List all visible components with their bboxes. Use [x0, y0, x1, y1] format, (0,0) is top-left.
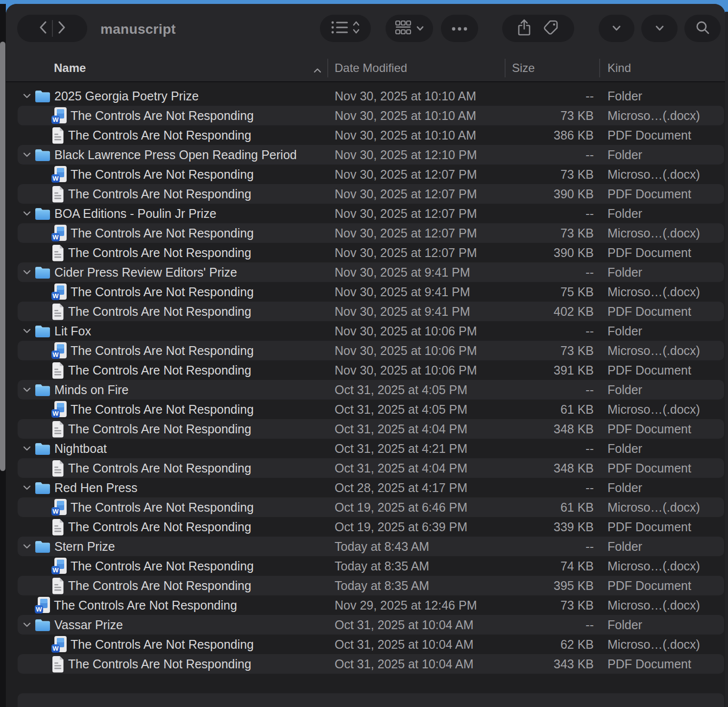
file-kind: PDF Document	[607, 576, 691, 595]
pdf-file-icon	[51, 421, 65, 438]
table-row[interactable]: Minds on Fire Oct 31, 2025 at 4:05 PM --…	[18, 380, 724, 400]
disclosure-chevron-icon[interactable]	[23, 544, 31, 549]
file-name: Vassar Prize	[54, 618, 123, 632]
file-kind: Microso…(.docx)	[607, 635, 700, 654]
file-size: 73 KB	[560, 595, 594, 615]
table-row[interactable]: Vassar Prize Oct 31, 2025 at 10:04 AM --…	[18, 615, 724, 635]
table-row[interactable]: Red Hen Press Oct 28, 2025 at 4:17 PM --…	[18, 478, 724, 497]
file-size: 74 KB	[560, 556, 594, 576]
disclosure-chevron-icon[interactable]	[23, 211, 31, 216]
file-kind: Microso…(.docx)	[607, 223, 700, 243]
table-row[interactable]: Black Lawrence Press Open Reading Period…	[18, 145, 724, 165]
table-row[interactable]: Lit Fox Nov 30, 2025 at 10:06 PM -- Fold…	[18, 321, 724, 341]
file-size: --	[585, 615, 594, 635]
table-row[interactable]: W The Controls Are Not Responding Oct 19…	[18, 497, 724, 517]
forward-button[interactable]	[58, 21, 66, 36]
table-row[interactable]: W The Controls Are Not Responding Nov 29…	[18, 595, 724, 615]
dropdown-button-2[interactable]	[641, 15, 678, 42]
table-row[interactable]: The Controls Are Not Responding Nov 30, …	[18, 360, 724, 380]
disclosure-chevron-icon[interactable]	[23, 329, 31, 333]
word-file-icon: W	[51, 636, 67, 654]
date-modified: Nov 30, 2025 at 9:41 PM	[335, 282, 470, 302]
table-row[interactable]: The Controls Are Not Responding Oct 31, …	[18, 654, 724, 674]
table-row[interactable]: BOA Editions - Poulin Jr Prize Nov 30, 2…	[18, 204, 724, 223]
disclosure-chevron-icon[interactable]	[23, 152, 31, 157]
table-row[interactable]: W The Controls Are Not Responding Oct 31…	[18, 635, 724, 654]
file-kind: Folder	[607, 86, 642, 106]
name-cell: The Controls Are Not Responding	[18, 576, 251, 595]
table-row[interactable]: W The Controls Are Not Responding Nov 30…	[18, 223, 724, 243]
file-name: The Controls Are Not Responding	[71, 637, 254, 652]
file-list: 2025 Georgia Poetry Prize Nov 30, 2025 a…	[6, 82, 725, 707]
file-size: 343 KB	[554, 654, 594, 674]
date-modified: Nov 30, 2025 at 12:07 PM	[335, 223, 477, 243]
disclosure-chevron-icon[interactable]	[23, 387, 31, 392]
file-size: --	[585, 145, 594, 165]
disclosure-chevron-icon[interactable]	[23, 270, 31, 275]
file-size: 73 KB	[560, 106, 594, 125]
file-kind: PDF Document	[607, 419, 691, 439]
disclosure-chevron-icon[interactable]	[23, 485, 31, 490]
tag-button[interactable]	[543, 20, 559, 37]
column-header-date-modified[interactable]: Date Modified	[335, 55, 407, 81]
date-modified: Nov 30, 2025 at 10:06 PM	[335, 360, 477, 380]
table-row[interactable]: W The Controls Are Not Responding Nov 30…	[18, 341, 724, 360]
file-kind: PDF Document	[607, 184, 691, 204]
table-row[interactable]: W The Controls Are Not Responding Today …	[18, 556, 724, 576]
table-row[interactable]: The Controls Are Not Responding Nov 30, …	[18, 243, 724, 262]
disclosure-chevron-icon[interactable]	[23, 622, 31, 627]
table-row[interactable]: The Controls Are Not Responding Today at…	[18, 576, 724, 595]
file-size: --	[585, 439, 594, 458]
column-header-size[interactable]: Size	[512, 55, 535, 81]
table-row[interactable]: Cider Press Review Editors' Prize Nov 30…	[18, 262, 724, 282]
table-row[interactable]: W The Controls Are Not Responding Nov 30…	[18, 165, 724, 184]
group-by-button[interactable]	[386, 15, 433, 42]
table-row[interactable]: The Controls Are Not Responding Oct 31, …	[18, 419, 724, 439]
table-row[interactable]: The Controls Are Not Responding Nov 30, …	[18, 302, 724, 321]
table-row[interactable]: W The Controls Are Not Responding Nov 30…	[18, 282, 724, 302]
file-size: 73 KB	[560, 223, 594, 243]
list-view-button[interactable]	[320, 15, 371, 42]
date-modified: Today at 8:43 AM	[335, 537, 429, 556]
table-row[interactable]: W The Controls Are Not Responding Nov 30…	[18, 106, 724, 125]
disclosure-chevron-icon[interactable]	[23, 446, 31, 451]
file-kind: PDF Document	[607, 243, 691, 262]
more-actions-button[interactable]	[441, 15, 478, 42]
file-size: --	[585, 204, 594, 223]
name-cell: Black Lawrence Press Open Reading Period	[18, 145, 297, 165]
file-name: The Controls Are Not Responding	[71, 167, 254, 182]
background-window-scrollbar[interactable]	[0, 42, 5, 471]
file-name: The Controls Are Not Responding	[68, 246, 251, 260]
table-row[interactable]: The Controls Are Not Responding Nov 30, …	[18, 125, 724, 145]
column-header-name[interactable]: Name	[54, 55, 86, 81]
search-button[interactable]	[684, 15, 721, 42]
pdf-file-icon	[51, 244, 65, 261]
table-row[interactable]: The Controls Are Not Responding Oct 19, …	[18, 517, 724, 537]
back-button[interactable]	[39, 21, 47, 36]
table-row[interactable]: 2025 Georgia Poetry Prize Nov 30, 2025 a…	[18, 86, 724, 106]
file-size: 73 KB	[560, 341, 594, 360]
disclosure-chevron-icon[interactable]	[23, 94, 31, 98]
nav-divider	[52, 20, 53, 37]
date-modified: Oct 31, 2025 at 4:05 PM	[335, 380, 467, 400]
name-cell: W The Controls Are Not Responding	[18, 165, 254, 184]
column-headers: Name Date Modified Size Kind	[6, 55, 725, 82]
folder-icon	[34, 481, 51, 495]
dropdown-button-1[interactable]	[599, 15, 634, 42]
table-row[interactable]: The Controls Are Not Responding Nov 30, …	[18, 184, 724, 204]
column-resize-handle[interactable]	[327, 59, 328, 77]
table-row[interactable]: W The Controls Are Not Responding Oct 31…	[18, 400, 724, 419]
date-modified: Today at 8:35 AM	[335, 576, 429, 595]
name-cell: The Controls Are Not Responding	[18, 125, 251, 145]
date-modified: Oct 31, 2025 at 10:04 AM	[335, 615, 474, 635]
table-row[interactable]: Nightboat Oct 31, 2025 at 4:21 PM -- Fol…	[18, 439, 724, 458]
column-resize-handle[interactable]	[599, 59, 600, 77]
file-size: 402 KB	[554, 302, 594, 321]
file-kind: Microso…(.docx)	[607, 165, 700, 184]
column-header-kind[interactable]: Kind	[607, 55, 631, 81]
table-row[interactable]: The Controls Are Not Responding Oct 31, …	[18, 458, 724, 478]
share-button[interactable]	[518, 19, 531, 38]
column-resize-handle[interactable]	[505, 59, 506, 77]
file-name: The Controls Are Not Responding	[68, 422, 251, 436]
table-row[interactable]: Stern Prize Today at 8:43 AM -- Folder	[18, 537, 724, 556]
